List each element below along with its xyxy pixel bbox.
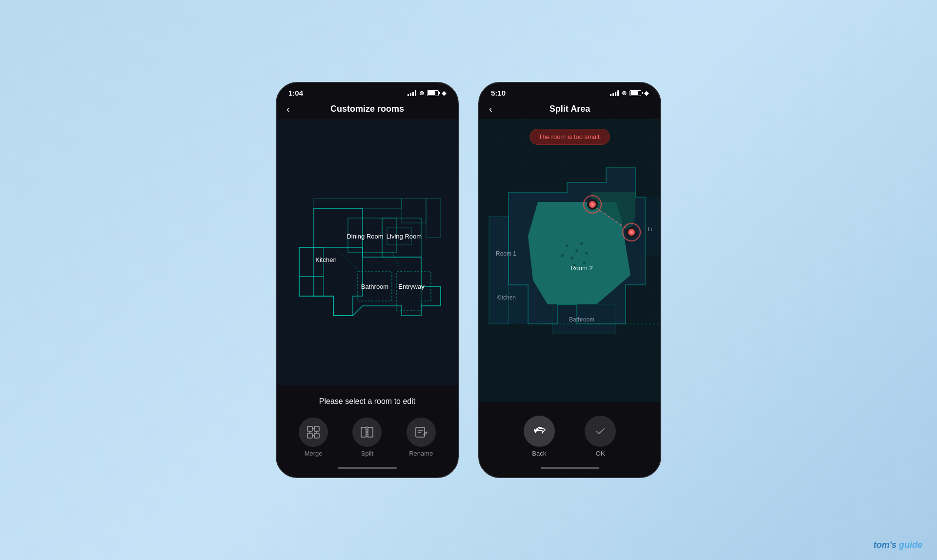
battery-icon-2	[630, 90, 641, 96]
status-time-2: 5:10	[491, 89, 506, 97]
svg-text:Kitchen: Kitchen	[315, 256, 336, 263]
map-area-2[interactable]: The room is too small.	[479, 119, 660, 402]
back-label-2: Back	[532, 450, 546, 457]
status-icons-2: ⊜ ◆	[610, 90, 649, 97]
merge-button[interactable]: Merge	[299, 418, 328, 457]
merge-icon	[299, 418, 328, 447]
screen2-title: Split Area	[550, 104, 590, 114]
split-map-svg: Room 1 Room 2 Kitchen Bathroom Li	[479, 119, 660, 358]
svg-point-35	[575, 249, 578, 252]
split-label: Split	[361, 450, 373, 457]
svg-point-34	[566, 244, 569, 247]
svg-rect-18	[314, 426, 319, 431]
status-icons-1: ⊜ ◆	[407, 90, 446, 97]
back-button-2[interactable]: ‹	[489, 103, 492, 115]
floorplan-svg-1: Dining Room Living Room Kitchen Bathroom…	[285, 160, 450, 345]
wifi-icon-2: ⊜	[622, 90, 627, 97]
rename-button[interactable]: Rename	[407, 418, 436, 457]
svg-rect-28	[416, 427, 425, 437]
home-indicator-1	[338, 467, 397, 469]
svg-point-37	[580, 242, 583, 245]
floorplan-1: Dining Room Living Room Kitchen Bathroom…	[277, 119, 458, 385]
svg-rect-17	[307, 426, 312, 431]
ok-btn-2[interactable]: OK	[585, 416, 616, 457]
svg-rect-19	[307, 433, 312, 438]
split-icon	[352, 418, 382, 447]
status-bar-2: 5:10 ⊜ ◆	[479, 83, 660, 100]
svg-text:Room 1: Room 1	[496, 250, 516, 257]
control-buttons-2: Back OK	[479, 410, 660, 465]
checkmark-icon	[593, 424, 607, 438]
action-buttons-1: Merge Split	[277, 414, 458, 465]
signal-icon-1	[407, 90, 416, 96]
back-btn-2[interactable]: Back	[524, 416, 555, 457]
rename-icon	[407, 418, 436, 447]
nav-bar-1: ‹ Customize rooms	[277, 100, 458, 119]
svg-text:Kitchen: Kitchen	[496, 294, 516, 301]
phone-screen-1: 1:04 ⊜ ◆ ‹ Customize rooms	[276, 82, 459, 478]
svg-rect-25	[361, 427, 366, 437]
home-indicator-2	[541, 467, 599, 469]
svg-point-56	[630, 231, 633, 234]
watermark: tom's guide	[874, 540, 922, 550]
back-arrow-icon	[532, 424, 546, 438]
svg-point-38	[561, 254, 564, 257]
svg-rect-26	[368, 427, 373, 437]
svg-text:Dining Room: Dining Room	[346, 233, 383, 240]
svg-text:Bathroom: Bathroom	[361, 283, 388, 290]
status-time-1: 1:04	[288, 89, 303, 97]
bottom-area-1: Please select a room to edit	[277, 385, 458, 477]
svg-point-52	[591, 203, 594, 206]
ok-label: OK	[596, 450, 605, 457]
phone-screen-2: 5:10 ⊜ ◆ ‹ Split Area Th	[478, 82, 661, 478]
svg-text:Living Room: Living Room	[386, 233, 421, 240]
signal-icon-2	[610, 90, 619, 96]
battery-icon-1	[427, 90, 439, 96]
instruction-text: Please select a room to edit	[277, 393, 458, 414]
rename-svg	[414, 425, 428, 439]
merge-label: Merge	[305, 450, 323, 457]
svg-text:Room 2: Room 2	[570, 264, 593, 272]
status-bar-1: 1:04 ⊜ ◆	[277, 83, 458, 100]
screen1-title: Customize rooms	[330, 104, 404, 114]
location-icon-2: ◆	[644, 90, 649, 97]
watermark-text: tom's	[874, 540, 896, 550]
svg-text:Li: Li	[648, 226, 652, 233]
svg-point-36	[570, 257, 573, 260]
rename-label: Rename	[409, 450, 433, 457]
ok-icon-circle	[585, 416, 616, 447]
merge-svg	[306, 425, 320, 439]
toast-message: The room is too small.	[530, 129, 611, 145]
back-button-1[interactable]: ‹	[286, 103, 290, 115]
split-svg	[360, 425, 374, 439]
svg-text:Entryway: Entryway	[398, 283, 425, 290]
nav-bar-2: ‹ Split Area	[479, 100, 660, 119]
bottom-area-2: Back OK	[479, 402, 660, 477]
location-icon-1: ◆	[442, 90, 446, 97]
wifi-icon-1: ⊜	[419, 90, 424, 97]
svg-point-39	[585, 252, 588, 255]
split-button[interactable]: Split	[352, 418, 382, 457]
back-icon-circle	[524, 416, 555, 447]
svg-text:Bathroom: Bathroom	[569, 316, 594, 323]
svg-rect-20	[314, 433, 319, 438]
map-area-1[interactable]: Dining Room Living Room Kitchen Bathroom…	[277, 119, 458, 385]
